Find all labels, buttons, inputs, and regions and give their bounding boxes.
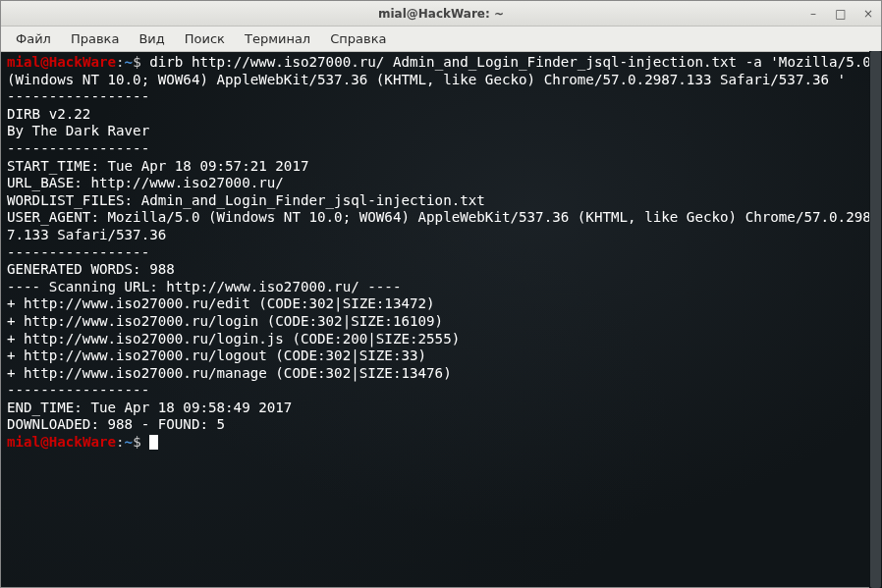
output-line: ---- Scanning URL: http://www.iso27000.r…: [7, 279, 875, 296]
output-line: USER_AGENT: Mozilla/5.0 (Windows NT 10.0…: [7, 209, 875, 243]
prompt-path: ~: [125, 434, 134, 450]
maximize-icon[interactable]: □: [834, 7, 848, 21]
prompt-user: mial: [7, 434, 40, 450]
prompt-dollar: $: [133, 54, 141, 70]
output-line: -----------------: [7, 140, 875, 158]
terminal-window: mial@HackWare: ~ – □ × Файл Правка Вид П…: [0, 0, 882, 588]
output-line: URL_BASE: http://www.iso27000.ru/: [7, 175, 875, 192]
prompt-host: HackWare: [49, 434, 116, 450]
menubar: Файл Правка Вид Поиск Терминал Справка: [1, 27, 881, 52]
output-line: DIRB v2.22: [7, 106, 875, 124]
prompt-user: mial: [7, 54, 40, 70]
prompt-path: ~: [125, 54, 134, 70]
menu-edit[interactable]: Правка: [62, 28, 128, 49]
menu-terminal[interactable]: Терминал: [236, 28, 319, 49]
output-line: DOWNLOADED: 988 - FOUND: 5: [7, 416, 875, 434]
output-line: + http://www.iso27000.ru/logout (CODE:30…: [7, 347, 875, 365]
prompt-at: @: [40, 434, 49, 450]
output-line: + http://www.iso27000.ru/manage (CODE:30…: [7, 365, 875, 383]
menu-view[interactable]: Вид: [130, 28, 173, 49]
output-line: + http://www.iso27000.ru/login (CODE:302…: [7, 313, 875, 331]
output-line: + http://www.iso27000.ru/edit (CODE:302|…: [7, 295, 875, 313]
output-line: + http://www.iso27000.ru/login.js (CODE:…: [7, 331, 875, 348]
output-line: GENERATED WORDS: 988: [7, 261, 875, 279]
output-line: -----------------: [7, 88, 875, 106]
prompt-sep: :: [116, 54, 125, 70]
titlebar: mial@HackWare: ~ – □ ×: [1, 1, 881, 27]
close-icon[interactable]: ×: [861, 7, 875, 21]
prompt-host: HackWare: [49, 54, 116, 70]
output-line: -----------------: [7, 244, 875, 262]
prompt-sep: :: [116, 434, 125, 450]
prompt-dollar: $: [133, 434, 141, 450]
prompt-line: mial@HackWare:~$: [7, 434, 875, 452]
output-line: START_TIME: Tue Apr 18 09:57:21 2017: [7, 158, 875, 176]
menu-file[interactable]: Файл: [7, 28, 60, 49]
minimize-icon[interactable]: –: [806, 7, 820, 21]
output-line: By The Dark Raver: [7, 123, 875, 140]
scrollbar[interactable]: [869, 51, 882, 588]
output-line: END_TIME: Tue Apr 18 09:58:49 2017: [7, 400, 875, 417]
window-title: mial@HackWare: ~: [378, 7, 504, 21]
scrollbar-thumb[interactable]: [870, 51, 881, 588]
cursor-icon: [149, 435, 158, 450]
prompt-at: @: [40, 54, 49, 70]
menu-search[interactable]: Поиск: [176, 28, 234, 49]
terminal-area[interactable]: mial@HackWare:~$ dirb http://www.iso2700…: [1, 52, 881, 587]
output-line: WORDLIST_FILES: Admin_and_Login_Finder_j…: [7, 192, 875, 210]
menu-help[interactable]: Справка: [321, 28, 395, 49]
command-line: mial@HackWare:~$ dirb http://www.iso2700…: [7, 54, 875, 88]
window-controls: – □ ×: [806, 1, 875, 26]
output-line: -----------------: [7, 382, 875, 400]
